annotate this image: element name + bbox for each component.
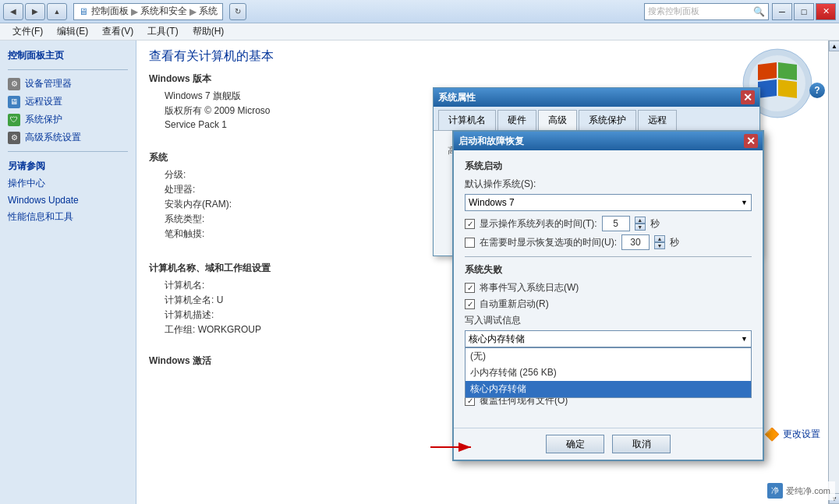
up-button[interactable]: ▲ xyxy=(47,3,67,20)
default-os-label: 默认操作系统(S): xyxy=(465,178,752,191)
sidebar-item-protection[interactable]: 🛡 系统保护 xyxy=(0,111,136,129)
scrollbar[interactable]: ▲ ▼ xyxy=(828,41,839,504)
show-time-spinner[interactable]: ▲ ▼ xyxy=(635,217,646,231)
more-settings-label: 更改设置 xyxy=(783,428,820,441)
sidebar-item-advanced[interactable]: ⚙ 高级系统设置 xyxy=(0,129,136,146)
breadcrumb-part1[interactable]: 控制面板 xyxy=(91,5,129,18)
show-time-up[interactable]: ▲ xyxy=(635,217,646,224)
menu-file[interactable]: 文件(F) xyxy=(6,23,49,40)
breadcrumb-part2[interactable]: 系统和安全 xyxy=(140,5,187,18)
recovery-time-checkbox[interactable] xyxy=(465,238,475,248)
sidebar-item-performance[interactable]: 性能信息和工具 xyxy=(0,208,136,226)
dialog-tabs: 计算机名 硬件 高级 系统保护 远程 xyxy=(434,107,759,131)
nav-buttons: ◀ ▶ ▲ xyxy=(3,3,67,20)
maximize-button[interactable]: □ xyxy=(794,3,814,20)
forward-button[interactable]: ▶ xyxy=(25,3,45,20)
sidebar-item-main[interactable]: 控制面板主页 xyxy=(0,47,136,65)
auto-restart-label: 自动重新启动(R) xyxy=(480,298,549,311)
menu-bar: 文件(F) 编辑(E) 查看(V) 工具(T) 帮助(H) xyxy=(0,23,839,41)
show-time-checkbox[interactable]: ✓ xyxy=(465,219,475,229)
arrow-indicator xyxy=(430,435,477,461)
tab-computer-name[interactable]: 计算机名 xyxy=(438,110,496,130)
sidebar-item-action-center[interactable]: 操作中心 xyxy=(0,174,136,192)
window-controls: ─ □ ✕ xyxy=(772,3,836,20)
sidebar-item-windows-update[interactable]: Windows Update xyxy=(0,192,136,208)
sub-dialog-content: 系统启动 默认操作系统(S): Windows 7 ▼ ✓ 显示操作系统列表的时… xyxy=(454,150,763,420)
dialog-title: 系统属性 xyxy=(438,91,476,104)
debug-option-0[interactable]: (无) xyxy=(466,348,751,365)
startup-recovery-dialog: 启动和故障恢复 ✕ 系统启动 默认操作系统(S): Windows 7 ▼ ✓ … xyxy=(452,130,764,461)
dialog-close-button[interactable]: ✕ xyxy=(741,90,755,104)
write-event-checkbox[interactable]: ✓ xyxy=(465,283,475,293)
sidebar-label-remote: 远程设置 xyxy=(25,95,62,108)
write-event-row: ✓ 将事件写入系统日志(W) xyxy=(465,281,752,294)
breadcrumb-icon: 🖥 xyxy=(79,6,88,17)
sub-dialog-buttons: 确定 取消 xyxy=(454,428,763,460)
debug-info-label: 写入调试信息 xyxy=(465,314,752,327)
debug-dropdown-selected[interactable]: 核心内存转储 ▼ xyxy=(465,330,752,347)
right-controls: 搜索控制面板 🔍 ─ □ ✕ xyxy=(644,3,836,20)
computer-label-3: 工作组: xyxy=(165,324,195,335)
computer-value-1: U xyxy=(217,294,224,305)
recovery-down[interactable]: ▼ xyxy=(654,242,665,249)
recovery-time-spinner[interactable]: ▲ ▼ xyxy=(654,235,665,249)
dropdown-arrow-icon: ▼ xyxy=(741,199,748,206)
computer-value-3: WORKGROUP xyxy=(198,324,261,335)
tab-remote[interactable]: 远程 xyxy=(638,110,677,130)
sub-dialog-close-button[interactable]: ✕ xyxy=(744,134,758,148)
close-button[interactable]: ✕ xyxy=(816,3,836,20)
auto-restart-checkbox[interactable]: ✓ xyxy=(465,299,475,309)
shield-icon: 🛡 xyxy=(8,114,20,126)
sidebar-divider-top xyxy=(8,69,128,70)
recovery-up[interactable]: ▲ xyxy=(654,235,665,242)
sep2: ▶ xyxy=(189,6,196,17)
default-os-select[interactable]: Windows 7 ▼ xyxy=(465,194,752,211)
search-icon[interactable]: 🔍 xyxy=(753,6,765,17)
recovery-time-unit: 秒 xyxy=(670,236,679,249)
search-box[interactable]: 搜索控制面板 🔍 xyxy=(644,3,769,20)
debug-selected-value: 核心内存转储 xyxy=(469,333,525,346)
sidebar-label-protection: 系统保护 xyxy=(25,113,62,126)
section-separator xyxy=(465,256,752,257)
sidebar-main-label: 控制面板主页 xyxy=(8,49,64,62)
system-startup-label: 系统启动 xyxy=(465,160,752,173)
sidebar-item-remote[interactable]: 🖥 远程设置 xyxy=(0,93,136,111)
title-bar-left: ◀ ▶ ▲ 🖥 控制面板 ▶ 系统和安全 ▶ 系统 ↻ xyxy=(3,3,246,20)
minimize-button[interactable]: ─ xyxy=(772,3,792,20)
performance-label: 性能信息和工具 xyxy=(8,210,73,224)
tab-system-protection[interactable]: 系统保护 xyxy=(579,110,636,130)
debug-option-2[interactable]: 核心内存转储 xyxy=(466,381,751,397)
write-event-label: 将事件写入系统日志(W) xyxy=(480,281,579,294)
ok-button[interactable]: 确定 xyxy=(546,435,604,453)
watermark: 净 爱纯净.com xyxy=(763,481,835,500)
sidebar-item-device[interactable]: ⚙ 设备管理器 xyxy=(0,75,136,93)
recovery-time-input[interactable]: 30 xyxy=(621,234,650,250)
sidebar-divider-mid xyxy=(8,151,128,152)
debug-dropdown-arrow-icon: ▼ xyxy=(741,335,748,343)
breadcrumb-part3[interactable]: 系统 xyxy=(199,5,218,18)
sidebar-label-device: 设备管理器 xyxy=(25,77,72,90)
more-settings-area: 🔶 更改设置 xyxy=(764,427,820,442)
failure-section-label: 系统失败 xyxy=(465,263,752,277)
show-time-row: ✓ 显示操作系统列表的时间(T): 5 ▲ ▼ 秒 xyxy=(465,216,752,231)
show-time-down[interactable]: ▼ xyxy=(635,224,646,231)
scroll-up-button[interactable]: ▲ xyxy=(829,41,839,51)
back-button[interactable]: ◀ xyxy=(3,3,23,20)
title-bar: ◀ ▶ ▲ 🖥 控制面板 ▶ 系统和安全 ▶ 系统 ↻ 搜索控制面板 🔍 ─ □… xyxy=(0,0,839,23)
menu-help[interactable]: 帮助(H) xyxy=(186,23,231,40)
refresh-button[interactable]: ↻ xyxy=(229,3,246,20)
help-button[interactable]: ? xyxy=(809,83,825,98)
show-time-input[interactable]: 5 xyxy=(602,216,630,231)
debug-option-1[interactable]: 小内存转储 (256 KB) xyxy=(466,365,751,381)
tab-advanced[interactable]: 高级 xyxy=(538,110,577,131)
menu-view[interactable]: 查看(V) xyxy=(96,23,140,40)
menu-tools[interactable]: 工具(T) xyxy=(141,23,184,40)
address-bar[interactable]: 🖥 控制面板 ▶ 系统和安全 ▶ 系统 xyxy=(73,3,223,20)
dialog-title-bar: 系统属性 ✕ xyxy=(434,88,759,107)
also-section-title: 另请参阅 xyxy=(0,157,136,174)
menu-edit[interactable]: 编辑(E) xyxy=(51,23,94,40)
tab-hardware[interactable]: 硬件 xyxy=(497,110,536,130)
more-settings-link[interactable]: 🔶 更改设置 xyxy=(764,427,820,442)
more-settings-icon: 🔶 xyxy=(764,427,780,442)
cancel-button[interactable]: 取消 xyxy=(612,435,671,453)
